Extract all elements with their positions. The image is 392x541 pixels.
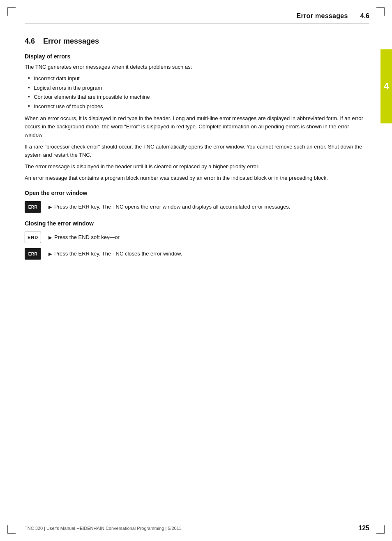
open-instruction-row: ERR ▶Press the ERR key. The TNC opens th… [25,201,369,213]
err-key-open: ERR [25,201,41,213]
close-instruction-text-err: ▶Press the ERR key. The TNC closes the e… [48,248,182,258]
corner-mark-br [376,525,385,534]
close-instruction-row-end: END ▶Press the END soft key—or [25,232,369,243]
bullet-item-2: Logical errors in the program [25,84,369,92]
display-intro: The TNC generates error messages when it… [25,63,369,71]
section-heading: 4.6 Error messages [25,37,369,46]
display-para-3: The error message is displayed in the he… [25,163,369,171]
page-container: 4 Error messages 4.6 4.6 Error messages … [0,0,392,541]
header-section: 4.6 [360,12,369,20]
subsection-display-heading: Display of errors [25,53,369,60]
bullet-list: Incorrect data input Logical errors in t… [25,74,369,110]
display-para-2: If a rare "processor check error" should… [25,143,369,159]
section-number: 4.6 [25,37,35,46]
close-instruction-text-end: ▶Press the END soft key—or [48,232,120,241]
chapter-tab-number: 4 [384,81,389,92]
page-header: Error messages 4.6 [25,12,369,23]
display-para-4: An error message that contains a program… [25,174,369,182]
footer-page-number: 125 [358,525,369,532]
section-title: Error messages [43,37,99,46]
chapter-tab: 4 [380,49,392,123]
corner-mark-tr [376,7,385,16]
subsection-close-heading: Closing the error window [25,220,369,227]
arrow-bullet-close-err: ▶ [48,251,52,258]
corner-mark-tl [7,7,16,16]
close-instruction-row-err: ERR ▶Press the ERR key. The TNC closes t… [25,248,369,260]
open-instruction-text: ▶Press the ERR key. The TNC opens the er… [48,201,290,211]
page-footer: TNC 320 | User's Manual HEIDENHAIN Conve… [25,521,369,532]
end-key: END [25,232,41,243]
bullet-item-4: Incorrect use of touch probes [25,102,369,111]
err-key-close: ERR [25,248,41,260]
footer-text: TNC 320 | User's Manual HEIDENHAIN Conve… [25,526,182,531]
bullet-item-1: Incorrect data input [25,74,369,83]
arrow-bullet-open: ▶ [48,204,52,211]
arrow-bullet-close-end: ▶ [48,234,52,241]
corner-mark-bl [7,525,16,534]
display-para-1: When an error occurs, it is displayed in… [25,114,369,139]
bullet-item-3: Contour elements that are impossible to … [25,93,369,101]
header-title: Error messages [297,12,348,20]
content-area: 4.6 Error messages Display of errors The… [25,37,369,520]
subsection-open-heading: Open the error window [25,190,369,196]
